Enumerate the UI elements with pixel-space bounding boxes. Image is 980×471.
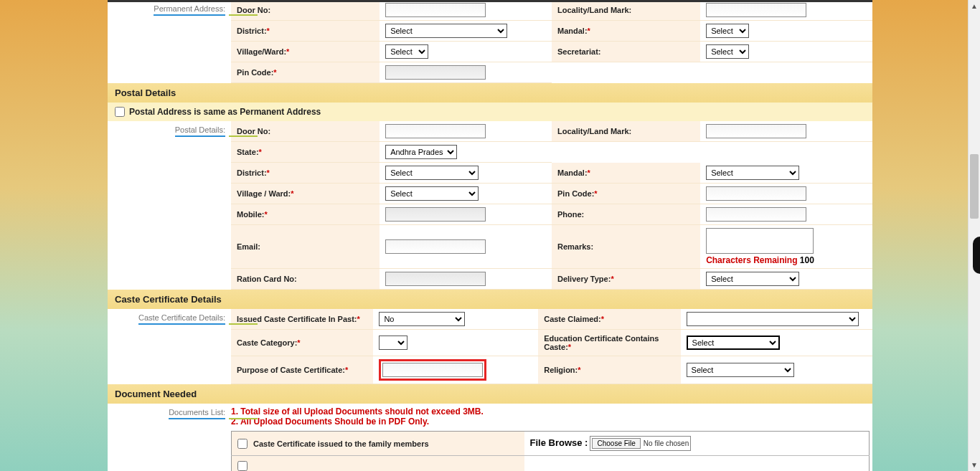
file-browse-label: File Browse : bbox=[530, 437, 588, 448]
side-drawer-tab[interactable] bbox=[973, 237, 980, 274]
door-no-label: Door No: bbox=[237, 6, 270, 14]
scroll-up-button[interactable]: ▲ bbox=[969, 0, 980, 12]
postal-legend: Postal Details: bbox=[108, 121, 231, 290]
ration-card-input[interactable] bbox=[385, 272, 486, 286]
document-notes: 1. Total size of all Upload Documents sh… bbox=[231, 404, 872, 431]
issued-past-label: Issued Caste Certificate In Past:* bbox=[237, 315, 360, 323]
postal-details-section: Postal Details: Door No: Locality/Land M… bbox=[108, 121, 872, 290]
doc-note-1: 1. Total size of all Upload Documents sh… bbox=[231, 406, 872, 417]
postal-district-select[interactable]: Select bbox=[385, 166, 479, 180]
delivery-type-select[interactable]: Select bbox=[706, 272, 799, 286]
postal-remarks-label: Remarks: bbox=[557, 242, 593, 251]
district-label: District:* bbox=[237, 27, 270, 35]
postal-village-ward-label: Village / Ward:* bbox=[237, 189, 293, 198]
postal-mobile-input[interactable] bbox=[385, 207, 486, 222]
page-scrollbar[interactable]: ▲ ▼ bbox=[968, 0, 980, 471]
postal-state-label: State:* bbox=[237, 148, 262, 156]
doc-note-2: 2. All Upload Documents Should be in PDF… bbox=[231, 417, 872, 427]
file-browse-label-2 bbox=[530, 460, 533, 471]
caste-details-section: Caste Certificate Details: Issued Caste … bbox=[108, 309, 872, 384]
choose-file-button[interactable]: Choose File bbox=[592, 438, 640, 449]
postal-mandal-label: Mandal:* bbox=[557, 168, 590, 177]
postal-door-no-label: Door No: bbox=[237, 127, 270, 135]
page-background: Permanent Address: Door No: Locality/Lan… bbox=[0, 0, 980, 471]
secretariat-select[interactable]: Select bbox=[706, 44, 749, 59]
postal-email-label: Email: bbox=[237, 242, 260, 251]
doc1-checkbox[interactable] bbox=[237, 439, 248, 449]
chars-remaining-label: Characters Remaining 100 bbox=[706, 255, 814, 265]
postal-pin-code-input[interactable] bbox=[706, 186, 806, 201]
issued-past-select[interactable]: No bbox=[379, 312, 465, 326]
edu-contains-select[interactable]: Select bbox=[687, 336, 780, 350]
caste-claimed-select[interactable] bbox=[687, 312, 859, 326]
postal-phone-label: Phone: bbox=[557, 210, 584, 219]
pin-code-input[interactable] bbox=[385, 65, 486, 80]
no-file-chosen-text: No file chosen bbox=[644, 439, 689, 447]
postal-phone-input[interactable] bbox=[706, 207, 806, 222]
religion-select[interactable]: Select bbox=[687, 363, 794, 377]
caste-category-select[interactable] bbox=[379, 336, 407, 350]
doc2-row bbox=[237, 461, 519, 471]
permanent-address-legend: Permanent Address: bbox=[108, 0, 231, 83]
village-ward-select[interactable]: Select bbox=[385, 44, 428, 59]
form-page: Permanent Address: Door No: Locality/Lan… bbox=[108, 0, 872, 471]
documents-list-row: Documents List: 1. Total size of all Upl… bbox=[108, 404, 872, 471]
mandal-label: Mandal:* bbox=[557, 27, 590, 35]
caste-legend: Caste Certificate Details: bbox=[108, 309, 231, 384]
postal-details-header: Postal Details bbox=[108, 83, 872, 103]
postal-same-as-row: Postal Address is same as Permanent Addr… bbox=[108, 103, 872, 121]
postal-village-ward-select[interactable]: Select bbox=[385, 186, 479, 201]
caste-claimed-label: Caste Claimed:* bbox=[544, 315, 604, 323]
documents-list-legend: Documents List: bbox=[108, 404, 231, 471]
edu-contains-label: Education Certificate Contains Caste:* bbox=[544, 334, 659, 351]
doc2-label bbox=[253, 462, 255, 470]
documents-table: Caste Certificate issued to the family m… bbox=[231, 431, 870, 471]
purpose-highlight-box bbox=[379, 359, 486, 381]
district-select[interactable]: Select bbox=[385, 24, 507, 38]
village-ward-label: Village/Ward:* bbox=[237, 47, 289, 56]
caste-table: Issued Caste Certificate In Past:* No Ca… bbox=[231, 309, 872, 384]
postal-remarks-textarea[interactable] bbox=[706, 228, 814, 254]
doc1-label: Caste Certificate issued to the family m… bbox=[253, 439, 429, 448]
postal-mobile-label: Mobile:* bbox=[237, 210, 268, 219]
postal-table: Door No: Locality/Land Mark: State:* And… bbox=[231, 121, 872, 290]
postal-same-checkbox[interactable] bbox=[115, 107, 125, 117]
ration-card-label: Ration Card No: bbox=[237, 275, 297, 283]
permanent-address-table: Door No: Locality/Land Mark: District:* … bbox=[231, 0, 872, 83]
delivery-type-label: Delivery Type:* bbox=[557, 275, 614, 283]
postal-locality-input[interactable] bbox=[706, 124, 806, 138]
file-input-wrapper[interactable]: Choose File No file chosen bbox=[590, 436, 691, 451]
door-no-input[interactable] bbox=[385, 3, 486, 17]
religion-label: Religion:* bbox=[544, 366, 580, 374]
purpose-label: Purpose of Caste Certificate:* bbox=[237, 366, 348, 374]
document-needed-header: Document Needed bbox=[108, 384, 872, 404]
purpose-input[interactable] bbox=[382, 363, 483, 377]
locality-label: Locality/Land Mark: bbox=[557, 6, 631, 14]
mandal-select[interactable]: Select bbox=[706, 24, 749, 38]
postal-same-label: Postal Address is same as Permanent Addr… bbox=[129, 107, 321, 117]
postal-mandal-select[interactable]: Select bbox=[706, 166, 799, 180]
postal-pin-code-label: Pin Code:* bbox=[557, 189, 598, 198]
top-accent-bar bbox=[108, 0, 872, 2]
postal-locality-label: Locality/Land Mark: bbox=[557, 127, 631, 135]
secretariat-label: Secretariat: bbox=[557, 47, 601, 56]
scroll-down-button[interactable]: ▼ bbox=[969, 459, 980, 471]
caste-details-header: Caste Certificate Details bbox=[108, 290, 872, 309]
postal-state-select[interactable]: Andhra Pradesh bbox=[385, 145, 457, 159]
postal-email-input[interactable] bbox=[385, 239, 486, 254]
postal-door-no-input[interactable] bbox=[385, 124, 486, 138]
postal-district-label: District:* bbox=[237, 168, 270, 177]
permanent-address-section: Permanent Address: Door No: Locality/Lan… bbox=[108, 0, 872, 83]
pin-code-label: Pin Code:* bbox=[237, 68, 277, 77]
doc1-row: Caste Certificate issued to the family m… bbox=[237, 439, 519, 449]
locality-input[interactable] bbox=[706, 3, 806, 17]
doc2-checkbox[interactable] bbox=[237, 461, 248, 471]
caste-category-label: Caste Category:* bbox=[237, 338, 301, 347]
scroll-thumb[interactable] bbox=[970, 154, 979, 219]
